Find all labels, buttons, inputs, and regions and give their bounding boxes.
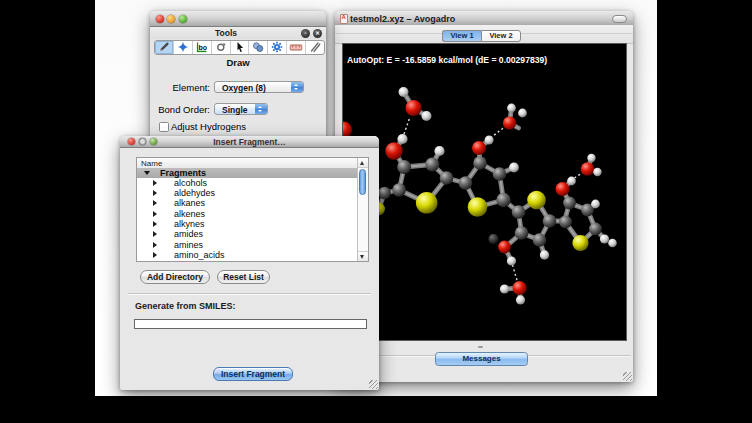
svg-text:bo: bo	[198, 44, 207, 51]
